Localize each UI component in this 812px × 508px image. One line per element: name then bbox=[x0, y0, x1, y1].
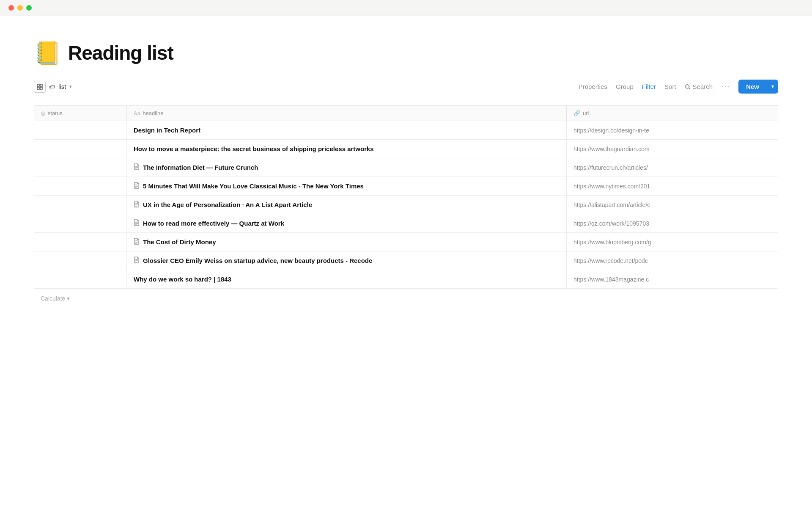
doc-icon bbox=[134, 163, 140, 171]
cell-status-0 bbox=[34, 121, 127, 139]
toolbar-left: 🏷 list ▾ bbox=[34, 81, 72, 93]
title-bar bbox=[0, 0, 812, 16]
search-icon bbox=[685, 84, 691, 90]
svg-rect-0 bbox=[37, 84, 39, 86]
cell-url-1: https://www.theguardian.com bbox=[567, 140, 778, 158]
cell-status-8 bbox=[34, 270, 127, 288]
table-header: ◎ status Aa headline 🔗 url bbox=[34, 106, 778, 121]
tag-icon: 🏷 bbox=[49, 83, 55, 90]
cell-url-2: https://futurecrun.ch/articles/ bbox=[567, 158, 778, 177]
column-header-url[interactable]: 🔗 url bbox=[567, 106, 778, 121]
headline-col-icon: Aa bbox=[134, 110, 140, 116]
table-row[interactable]: Why do we work so hard? | 1843https://ww… bbox=[34, 270, 778, 289]
table-row[interactable]: Design in Tech Reporthttps://design.co/d… bbox=[34, 121, 778, 140]
table-row[interactable]: UX in the Age of Personalization · An A … bbox=[34, 196, 778, 214]
cell-status-5 bbox=[34, 214, 127, 232]
cell-url-0: https://design.co/design-in-te bbox=[567, 121, 778, 139]
traffic-light-green[interactable] bbox=[26, 5, 32, 11]
table-row[interactable]: How to move a masterpiece: the secret bu… bbox=[34, 140, 778, 158]
cell-headline-8[interactable]: Why do we work so hard? | 1843 bbox=[127, 270, 567, 288]
cell-status-6 bbox=[34, 233, 127, 251]
table-body: Design in Tech Reporthttps://design.co/d… bbox=[34, 121, 778, 289]
new-button[interactable]: New ▾ bbox=[738, 80, 778, 94]
table-row[interactable]: The Information Diet — Future Crunchhttp… bbox=[34, 158, 778, 177]
page-content: 📒 Reading list 🏷 list ▾ Properties Group… bbox=[0, 16, 812, 325]
cell-headline-3[interactable]: 5 Minutes That Will Make You Love Classi… bbox=[127, 177, 567, 195]
headline-text-1: How to move a masterpiece: the secret bu… bbox=[134, 145, 374, 152]
headline-text-5: How to read more effectively — Quartz at… bbox=[143, 220, 284, 227]
toolbar: 🏷 list ▾ Properties Group Filter Sort Se… bbox=[34, 80, 778, 97]
table-footer: Calculate ▾ bbox=[34, 289, 778, 308]
headline-text-0: Design in Tech Report bbox=[134, 127, 200, 134]
column-header-status[interactable]: ◎ status bbox=[34, 106, 127, 121]
cell-headline-0[interactable]: Design in Tech Report bbox=[127, 121, 567, 139]
cell-headline-1[interactable]: How to move a masterpiece: the secret bu… bbox=[127, 140, 567, 158]
headline-text-4: UX in the Age of Personalization · An A … bbox=[143, 201, 312, 208]
cell-url-6: https://www.bloomberg.com/g bbox=[567, 233, 778, 251]
sort-button[interactable]: Sort bbox=[664, 83, 676, 90]
traffic-light-red[interactable] bbox=[8, 5, 14, 11]
cell-status-1 bbox=[34, 140, 127, 158]
cell-headline-6[interactable]: The Cost of Dirty Money bbox=[127, 233, 567, 251]
new-button-label: New bbox=[738, 80, 767, 94]
cell-status-2 bbox=[34, 158, 127, 177]
calculate-chevron-icon: ▾ bbox=[67, 295, 70, 302]
cell-headline-7[interactable]: Glossier CEO Emily Weiss on startup advi… bbox=[127, 251, 567, 270]
headline-text-2: The Information Diet — Future Crunch bbox=[143, 164, 258, 171]
doc-icon bbox=[134, 238, 140, 246]
page-emoji: 📒 bbox=[34, 42, 61, 64]
svg-line-5 bbox=[689, 88, 690, 89]
filter-button[interactable]: Filter bbox=[642, 83, 656, 90]
doc-icon bbox=[134, 219, 140, 227]
more-options-button[interactable]: ··· bbox=[721, 82, 730, 91]
svg-rect-1 bbox=[40, 84, 42, 86]
status-col-label: status bbox=[48, 110, 63, 116]
status-col-icon: ◎ bbox=[41, 110, 45, 116]
svg-rect-2 bbox=[37, 87, 39, 89]
view-grid-icon[interactable] bbox=[34, 81, 46, 93]
cell-headline-2[interactable]: The Information Diet — Future Crunch bbox=[127, 158, 567, 177]
cell-status-3 bbox=[34, 177, 127, 195]
table-row[interactable]: How to read more effectively — Quartz at… bbox=[34, 214, 778, 233]
cell-url-7: https://www.recode.net/podc bbox=[567, 251, 778, 270]
cell-status-4 bbox=[34, 196, 127, 214]
cell-headline-5[interactable]: How to read more effectively — Quartz at… bbox=[127, 214, 567, 232]
url-col-icon: 🔗 bbox=[573, 110, 580, 116]
doc-icon bbox=[134, 257, 140, 265]
cell-url-4: https://alistapart.com/article/e bbox=[567, 196, 778, 214]
calculate-button[interactable]: Calculate ▾ bbox=[41, 295, 70, 302]
toolbar-right: Properties Group Filter Sort Search ··· … bbox=[579, 80, 778, 94]
url-col-label: url bbox=[583, 110, 589, 116]
view-label[interactable]: list bbox=[58, 83, 66, 90]
headline-col-label: headline bbox=[143, 110, 163, 116]
properties-button[interactable]: Properties bbox=[579, 83, 607, 90]
headline-text-6: The Cost of Dirty Money bbox=[143, 238, 216, 246]
data-table: ◎ status Aa headline 🔗 url Design in Tec… bbox=[34, 105, 778, 308]
group-button[interactable]: Group bbox=[616, 83, 634, 90]
doc-icon bbox=[134, 182, 140, 190]
table-row[interactable]: 5 Minutes That Will Make You Love Classi… bbox=[34, 177, 778, 196]
svg-rect-3 bbox=[40, 87, 42, 89]
page-title: Reading list bbox=[68, 41, 173, 64]
page-title-row: 📒 Reading list bbox=[34, 41, 778, 64]
cell-status-7 bbox=[34, 251, 127, 270]
traffic-light-yellow[interactable] bbox=[17, 5, 23, 11]
table-row[interactable]: Glossier CEO Emily Weiss on startup advi… bbox=[34, 251, 778, 270]
headline-text-3: 5 Minutes That Will Make You Love Classi… bbox=[143, 182, 364, 190]
svg-point-4 bbox=[685, 84, 689, 88]
cell-url-8: https://www.1843magazine.c bbox=[567, 270, 778, 288]
new-button-chevron-icon[interactable]: ▾ bbox=[767, 80, 778, 93]
cell-url-5: https://qz.com/work/1095703 bbox=[567, 214, 778, 232]
headline-text-7: Glossier CEO Emily Weiss on startup advi… bbox=[143, 257, 372, 264]
headline-text-8: Why do we work so hard? | 1843 bbox=[134, 276, 231, 283]
column-header-headline[interactable]: Aa headline bbox=[127, 106, 567, 121]
search-button[interactable]: Search bbox=[685, 83, 713, 90]
cell-url-3: https://www.nytimes.com/201 bbox=[567, 177, 778, 195]
search-label: Search bbox=[693, 83, 713, 90]
doc-icon bbox=[134, 201, 140, 209]
calculate-label: Calculate bbox=[41, 295, 65, 302]
table-row[interactable]: The Cost of Dirty Moneyhttps://www.bloom… bbox=[34, 233, 778, 251]
view-chevron-icon[interactable]: ▾ bbox=[69, 84, 72, 89]
cell-headline-4[interactable]: UX in the Age of Personalization · An A … bbox=[127, 196, 567, 214]
